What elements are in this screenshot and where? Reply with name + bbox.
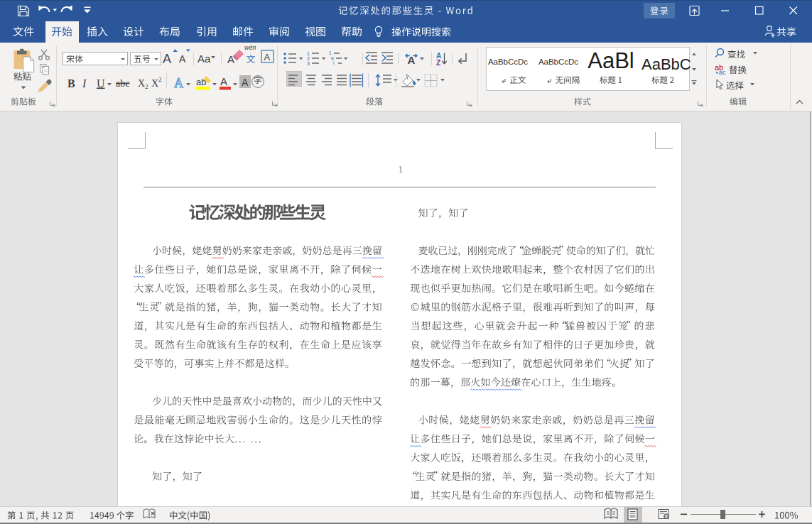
svg-text:Z: Z (436, 59, 440, 67)
svg-text:Aa: Aa (197, 53, 211, 65)
svg-text:A: A (174, 76, 183, 90)
svg-text:i: i (333, 60, 334, 65)
svg-text:ac: ac (719, 69, 726, 76)
svg-text:A: A (264, 52, 271, 62)
svg-text:A: A (242, 77, 249, 88)
svg-text:A: A (220, 75, 227, 87)
svg-text:A: A (163, 52, 171, 66)
svg-text:2: 2 (158, 76, 162, 83)
svg-text:U: U (97, 77, 105, 89)
svg-text:a: a (331, 55, 334, 60)
svg-text:1: 1 (307, 51, 310, 56)
svg-text:X: X (138, 78, 145, 89)
svg-text:B: B (67, 77, 75, 89)
svg-text:abc: abc (116, 78, 129, 89)
svg-text:A: A (179, 53, 186, 65)
svg-text:A: A (227, 53, 234, 65)
svg-text:2: 2 (307, 56, 310, 61)
svg-text:I: I (82, 77, 87, 89)
svg-text:3: 3 (307, 61, 310, 66)
svg-text:1: 1 (329, 50, 332, 55)
svg-text:X: X (151, 78, 158, 89)
svg-text:2: 2 (145, 83, 148, 90)
